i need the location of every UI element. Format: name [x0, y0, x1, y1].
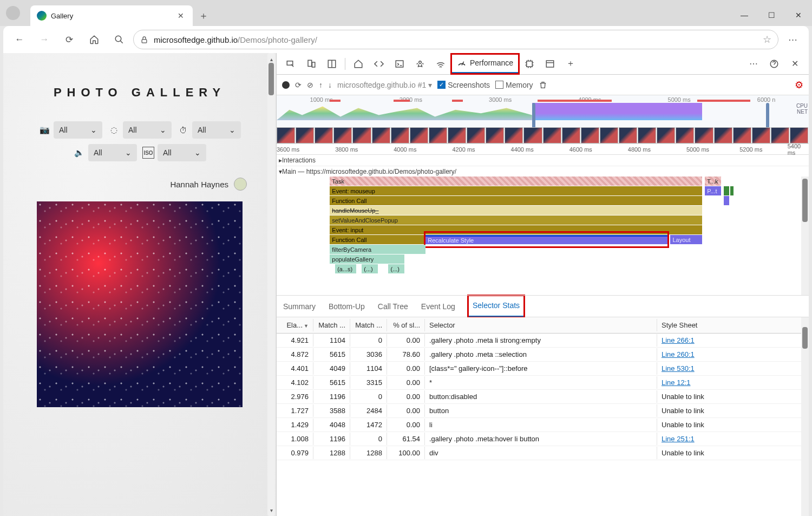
search-button[interactable]: [108, 29, 130, 50]
filters: 📷 All⌄ ◌ All⌄ ⏱ All⌄ 🔈 All⌄ ISO All⌄: [19, 121, 260, 161]
main-thread-label[interactable]: ▾ Main — https://microsoftedge.github.io…: [277, 166, 809, 177]
col-sheet[interactable]: Style Sheet: [657, 319, 809, 331]
performance-overview[interactable]: 1000 ms 2000 ms 3000 ms 4000 ms 5000 ms …: [277, 95, 809, 144]
filter-iso-dropdown[interactable]: All⌄: [158, 144, 206, 161]
table-row[interactable]: 1.429404814720.00liUnable to link: [277, 418, 809, 432]
memory-checkbox[interactable]: Memory: [495, 81, 533, 89]
reload-record-button[interactable]: ⟳: [295, 81, 302, 89]
back-button[interactable]: ←: [9, 29, 30, 50]
author-avatar: [234, 178, 247, 191]
device-icon[interactable]: [302, 54, 321, 74]
performance-settings-button[interactable]: ⚙: [795, 79, 803, 91]
window-controls: ― ☐ ✕: [731, 4, 812, 26]
filter-sound-dropdown[interactable]: All⌄: [88, 144, 137, 161]
gc-button[interactable]: [539, 81, 547, 89]
content-area: PHOTO GALLERY 📷 All⌄ ◌ All⌄ ⏱ All⌄ 🔈 All…: [3, 53, 809, 516]
add-panel-button[interactable]: ＋: [561, 54, 580, 74]
filter-aperture-dropdown[interactable]: All⌄: [123, 121, 172, 139]
sources-icon[interactable]: [410, 54, 430, 74]
network-icon[interactable]: [431, 54, 450, 74]
devtools-panel: Performance ＋ ⋯ ✕ ⟳ ⊘ ↑ ↓ microsoftedge.…: [276, 53, 809, 516]
table-row[interactable]: 4.8725615303678.60.gallery .photo .meta …: [277, 348, 809, 362]
page-scrollbar[interactable]: ▴ ▾: [267, 53, 275, 516]
devtools-tabs: Performance ＋ ⋯ ✕: [277, 53, 809, 75]
filter-camera-dropdown[interactable]: All⌄: [54, 121, 102, 139]
table-row[interactable]: 1.727358824840.00buttonUnable to link: [277, 404, 809, 418]
close-tab-icon[interactable]: ✕: [174, 9, 187, 22]
table-row[interactable]: 4.921110400.00.gallery .photo .meta li s…: [277, 334, 809, 348]
inspect-icon[interactable]: [281, 54, 300, 74]
home-button[interactable]: [83, 29, 105, 50]
memory-icon[interactable]: [520, 54, 539, 74]
tab-call-tree[interactable]: Call Tree: [378, 302, 408, 311]
flame-filter[interactable]: filterByCamera: [330, 245, 425, 254]
flame-task2[interactable]: T...k: [705, 177, 721, 186]
menu-button[interactable]: ⋯: [782, 29, 803, 50]
flame-handle[interactable]: handleMouseUp_: [330, 206, 702, 215]
minimize-button[interactable]: ―: [731, 4, 758, 26]
table-scrollbar[interactable]: [801, 317, 809, 516]
clear-button[interactable]: ⊘: [307, 81, 313, 89]
dock-icon[interactable]: [322, 54, 342, 74]
maximize-button[interactable]: ☐: [758, 4, 785, 26]
flame-populate[interactable]: populateGallery: [330, 254, 404, 264]
author-name: Hannah Haynes: [19, 178, 260, 191]
tab-selector-stats[interactable]: Selector Stats: [468, 296, 524, 317]
timeline-ruler[interactable]: 3600 ms 3800 ms 4000 ms 4200 ms 4400 ms …: [277, 144, 809, 155]
profile-button[interactable]: [0, 0, 26, 26]
address-bar[interactable]: microsoftedge.github.io/Demos/photo-gall…: [133, 30, 778, 49]
close-devtools-button[interactable]: ✕: [785, 54, 804, 74]
svg-rect-4: [308, 60, 312, 66]
flame-setval[interactable]: setValueAndClosePopup: [330, 215, 702, 225]
elements-icon[interactable]: [369, 54, 389, 74]
col-selector[interactable]: Selector: [425, 319, 657, 331]
flame-mouseup[interactable]: Event: mouseup: [330, 186, 702, 195]
tab-event-log[interactable]: Event Log: [421, 302, 455, 311]
svg-rect-8: [396, 61, 403, 67]
filmstrip: [277, 127, 809, 143]
flame-paint[interactable]: P...t: [705, 186, 721, 195]
table-row[interactable]: 4.401404911040.00[class*=" gallery-icon-…: [277, 362, 809, 376]
table-row[interactable]: 0.97912881288100.00divUnable to link: [277, 446, 809, 460]
close-window-button[interactable]: ✕: [785, 4, 812, 26]
col-match[interactable]: Match ...: [313, 319, 350, 331]
filter-exposure-dropdown[interactable]: All⌄: [192, 121, 241, 139]
tab-bottom-up[interactable]: Bottom-Up: [329, 302, 365, 311]
stylesheet-link[interactable]: Line 260:1: [662, 350, 695, 358]
table-row[interactable]: 4.102561533150.00*Line 12:1: [277, 376, 809, 390]
col-elapsed[interactable]: Ela...▼: [277, 319, 313, 331]
tab-summary[interactable]: Summary: [283, 302, 316, 311]
gallery-photo[interactable]: [37, 201, 243, 407]
flame-task[interactable]: Task: [330, 177, 702, 186]
screenshots-checkbox[interactable]: ✓Screenshots: [437, 81, 490, 89]
favorite-icon[interactable]: ☆: [763, 34, 771, 45]
flame-chart[interactable]: Task T...k Event: mouseup P...t Function…: [277, 177, 809, 296]
flame-recalculate-style[interactable]: Recalculate Style: [425, 235, 667, 244]
help-button[interactable]: [764, 54, 784, 74]
flame-fcall[interactable]: Function Call: [330, 196, 702, 205]
flame-fcall2[interactable]: Function Call: [330, 235, 425, 244]
flame-layout[interactable]: Layout: [670, 235, 702, 244]
stylesheet-link[interactable]: Line 266:1: [662, 336, 695, 344]
more-tools-button[interactable]: ⋯: [744, 54, 763, 74]
stylesheet-link[interactable]: Line 12:1: [662, 378, 691, 387]
stylesheet-link[interactable]: Line 251:1: [662, 435, 695, 443]
table-row[interactable]: 1.0081196061.54.gallery .photo .meta:hov…: [277, 432, 809, 446]
upload-button[interactable]: ↑: [319, 81, 323, 89]
refresh-button[interactable]: ⟳: [58, 29, 80, 50]
col-pct[interactable]: % of sl...: [387, 319, 425, 331]
record-button[interactable]: [282, 81, 290, 89]
application-icon[interactable]: [540, 54, 560, 74]
tab-performance[interactable]: Performance: [451, 54, 519, 74]
table-row[interactable]: 2.976119600.00button:disabledUnable to l…: [277, 390, 809, 404]
interactions-row[interactable]: ▸ Interactions: [277, 155, 809, 166]
flame-scrollbar[interactable]: [801, 177, 809, 295]
recording-name[interactable]: microsoftedge.github.io #1 ▾: [337, 81, 432, 89]
welcome-icon[interactable]: [349, 54, 368, 74]
col-attempts[interactable]: Match ...: [350, 319, 387, 331]
browser-tab[interactable]: Gallery ✕: [30, 5, 193, 26]
console-icon[interactable]: [390, 54, 409, 74]
stylesheet-link[interactable]: Line 530:1: [662, 364, 695, 373]
new-tab-button[interactable]: ＋: [193, 5, 214, 26]
download-button[interactable]: ↓: [328, 81, 332, 89]
